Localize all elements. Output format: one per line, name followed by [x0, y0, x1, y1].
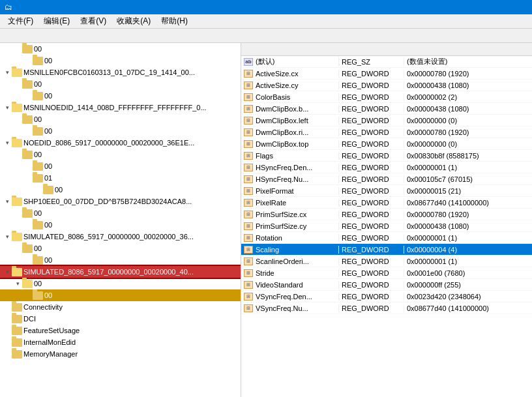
registry-row[interactable]: ⊞FlagsREG_DWORD0x00830b8f (8588175) [241, 150, 532, 162]
registry-row[interactable]: ⊞ActiveSize.cyREG_DWORD0x00000438 (1080) [241, 80, 532, 91]
tree-node-label: 00 [44, 57, 52, 65]
menu-item-V[interactable]: 查看(V) [75, 14, 111, 28]
tree-node-n2a[interactable]: 00 [0, 78, 241, 90]
registry-row[interactable]: ⊞DwmClipBox.leftREG_DWORD0x00000000 (0) [241, 115, 532, 126]
tree-expand-icon[interactable] [13, 44, 22, 53]
registry-row[interactable]: ⊞VSyncFreq.Nu...REG_DWORD0x08677d40 (141… [241, 302, 532, 314]
tree-scroll[interactable]: 0000▾MSNILLEN0FCBC0160313_01_07DC_19_141… [0, 43, 241, 397]
tree-expand-icon[interactable]: ▾ [3, 138, 12, 147]
tree-expand-icon[interactable] [3, 314, 12, 323]
tree-node-n12[interactable]: MemoryManager [0, 348, 241, 360]
tree-node-label: MemoryManager [23, 350, 78, 358]
tree-node-n3a[interactable]: 00 [0, 113, 241, 125]
tree-expand-icon[interactable]: ▾ [13, 279, 22, 288]
registry-row[interactable]: ⊞ActiveSize.cxREG_DWORD0x00000780 (1920) [241, 68, 532, 80]
tree-expand-icon[interactable] [3, 338, 12, 347]
reg-dword-icon: ⊞ [244, 304, 253, 312]
tree-node-n1a[interactable]: 00 [0, 55, 241, 66]
registry-row[interactable]: ⊞StrideREG_DWORD0x0001e00 (7680) [241, 267, 532, 279]
tree-node-n7[interactable]: ▾SIMULATED_8086_5917_00000000_00020000_4… [0, 266, 241, 278]
registry-row[interactable]: ⊞PrimSurfSize.cxREG_DWORD0x00000780 (192… [241, 209, 532, 220]
reg-name-text: VSyncFreq.Den... [256, 293, 312, 301]
registry-row[interactable]: ⊞PixelFormatREG_DWORD0x00000015 (21) [241, 185, 532, 197]
tree-expand-icon[interactable] [13, 80, 22, 89]
tree-node-n9[interactable]: DCI [0, 313, 241, 325]
registry-table-scroll[interactable]: ab(默认)REG_SZ(数值未设置)⊞ActiveSize.cxREG_DWO… [241, 56, 532, 397]
registry-row[interactable]: ⊞DwmClipBox.b...REG_DWORD0x00000438 (108… [241, 103, 532, 115]
tree-expand-icon[interactable] [23, 220, 33, 229]
registry-row[interactable]: ⊞PixelRateREG_DWORD0x08677d40 (141000000… [241, 197, 532, 209]
registry-row[interactable]: ⊞DwmClipBox.topREG_DWORD0x00000000 (0) [241, 138, 532, 150]
tree-node-n4c[interactable]: 01 [0, 172, 241, 184]
reg-dword-icon: ⊞ [244, 81, 253, 89]
tree-node-n7b[interactable]: 00 [0, 289, 241, 301]
menu-item-A[interactable]: 收藏夹(A) [111, 14, 156, 28]
registry-row[interactable]: ⊞HSyncFreq.Nu...REG_DWORD0x000105c7 (670… [241, 173, 532, 185]
tree-expand-icon[interactable] [23, 173, 33, 183]
tree-expand-icon[interactable] [13, 150, 22, 159]
tree-expand-icon[interactable] [34, 185, 43, 194]
registry-row[interactable]: ⊞ScalingREG_DWORD0x00000004 (4) [241, 244, 532, 256]
tree-node-n4[interactable]: ▾NOEDID_8086_5917_00000000_00020000_36E1… [0, 137, 241, 149]
reg-dword-icon: ⊞ [244, 128, 253, 136]
tree-expand-icon[interactable] [3, 349, 12, 359]
tree-node-label: 00 [44, 92, 52, 100]
tree-node-n8[interactable]: Connectivity [0, 301, 241, 313]
tree-node-n11[interactable]: InternalMonEdid [0, 336, 241, 348]
tree-node-n1[interactable]: 00 [0, 43, 241, 55]
registry-row[interactable]: ⊞ColorBasisREG_DWORD0x00000002 (2) [241, 91, 532, 103]
registry-row[interactable]: ⊞VideoStandardREG_DWORD0x000000ff (255) [241, 279, 532, 291]
tree-expand-icon[interactable]: ▾ [3, 197, 12, 206]
registry-row[interactable]: ⊞DwmClipBox.ri...REG_DWORD0x00000780 (19… [241, 126, 532, 138]
tree-node-n6b[interactable]: 00 [0, 254, 241, 266]
tree-expand-icon[interactable] [23, 56, 33, 65]
tree-node-n6[interactable]: ▾SIMULATED_8086_5917_00000000_00020000_3… [0, 231, 241, 243]
tree-node-n3[interactable]: ▾MSNILNOEDID_1414_008D_FFFFFFFF_FFFFFFFF… [0, 102, 241, 113]
minimize-button[interactable] [486, 1, 499, 13]
tree-expand-icon[interactable] [13, 209, 22, 218]
registry-row[interactable]: ⊞HSyncFreq.Den...REG_DWORD0x00000001 (1) [241, 162, 532, 173]
tree-expand-icon[interactable]: ▾ [3, 232, 12, 241]
registry-row[interactable]: ⊞ScanlineOrderi...REG_DWORD0x00000001 (1… [241, 256, 532, 267]
tree-node-n6a[interactable]: 00 [0, 243, 241, 254]
close-button[interactable] [515, 1, 528, 13]
tree-expand-icon[interactable]: ▾ [3, 267, 12, 276]
tree-expand-icon[interactable] [23, 291, 33, 300]
tree-expand-icon[interactable] [13, 244, 22, 253]
registry-row[interactable]: ⊞PrimSurfSize.cyREG_DWORD0x00000438 (108… [241, 220, 532, 232]
registry-panel: ab(默认)REG_SZ(数值未设置)⊞ActiveSize.cxREG_DWO… [241, 43, 532, 397]
tree-node-n5[interactable]: ▾SHP10EE0_00_07DD_DD^B75B724BD3024ACA8..… [0, 196, 241, 207]
tree-expand-icon[interactable]: ▾ [3, 103, 12, 112]
tree-node-n7a[interactable]: ▾00 [0, 278, 241, 289]
tree-node-n4a[interactable]: 00 [0, 149, 241, 160]
reg-cell-data: 0x00000001 (1) [404, 257, 532, 265]
tree-expand-icon[interactable] [23, 91, 33, 100]
menu-item-H[interactable]: 帮助(H) [156, 14, 193, 28]
tree-node-n4d[interactable]: 00 [0, 184, 241, 196]
tree-node-n2b[interactable]: 00 [0, 90, 241, 102]
reg-cell-data: 0x00000002 (2) [404, 93, 532, 101]
tree-expand-icon[interactable] [23, 162, 33, 171]
tree-expand-icon[interactable] [13, 115, 22, 124]
reg-cell-type: REG_DWORD [339, 152, 404, 160]
reg-dword-icon: ⊞ [244, 152, 253, 160]
tree-expand-icon[interactable] [3, 326, 12, 335]
tree-node-n4b[interactable]: 00 [0, 160, 241, 172]
menu-item-F[interactable]: 文件(F) [3, 14, 38, 28]
maximize-button[interactable] [501, 1, 514, 13]
tree-node-n2[interactable]: ▾MSNILLEN0FCBC0160313_01_07DC_19_1414_00… [0, 66, 241, 78]
menu-item-E[interactable]: 编辑(E) [38, 14, 75, 28]
registry-row[interactable]: ⊞RotationREG_DWORD0x00000001 (1) [241, 232, 532, 244]
main-content: 0000▾MSNILLEN0FCBC0160313_01_07DC_19_141… [0, 43, 532, 397]
registry-row[interactable]: ab(默认)REG_SZ(数值未设置) [241, 56, 532, 68]
tree-node-n3b[interactable]: 00 [0, 125, 241, 137]
tree-node-n5b[interactable]: 00 [0, 219, 241, 231]
tree-expand-icon[interactable] [23, 126, 33, 136]
registry-row[interactable]: ⊞VSyncFreq.Den...REG_DWORD0x0023d420 (23… [241, 291, 532, 302]
tree-node-n5a[interactable]: 00 [0, 207, 241, 219]
tree-expand-icon[interactable]: ▾ [3, 68, 12, 77]
tree-expand-icon[interactable] [23, 256, 33, 265]
tree-node-n10[interactable]: FeatureSetUsage [0, 325, 241, 336]
tree-expand-icon[interactable] [3, 302, 12, 312]
folder-icon [33, 291, 43, 300]
